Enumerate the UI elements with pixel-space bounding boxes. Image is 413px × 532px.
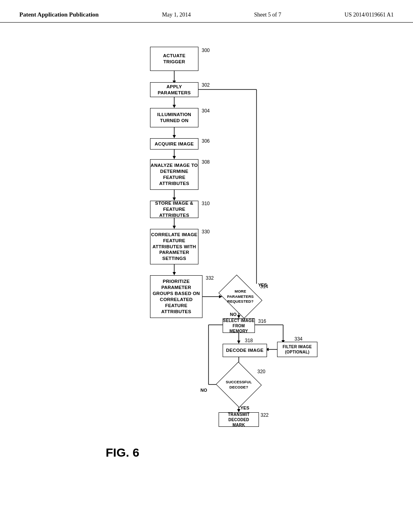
svg-text:NO: NO xyxy=(200,388,207,393)
label-320: 320 xyxy=(257,369,265,374)
label-300: 300 xyxy=(202,48,210,53)
label-310: 310 xyxy=(202,201,210,206)
node-apply-parameters: APPLY PARAMETERS xyxy=(150,82,198,97)
main-content: YES NO NO YES xyxy=(0,23,413,510)
node-filter-image: FILTER IMAGE (OPTIONAL) xyxy=(277,342,317,357)
flowchart: YES NO NO YES xyxy=(94,35,319,498)
figure-label: FIG. 6 xyxy=(106,446,139,474)
label-314: 314 xyxy=(260,284,268,289)
label-330: 330 xyxy=(202,229,210,235)
svg-marker-13 xyxy=(173,272,176,275)
svg-text:YES: YES xyxy=(240,405,249,410)
node-store-image: STORE IMAGE & FEATURE ATTRIBUTES xyxy=(150,201,198,218)
node-more-parameters: MORE PARAMETERS REQUESTED? xyxy=(222,284,259,310)
node-analyze-image: ANALYZE IMAGE TO DETERMINE FEATURE ATTRI… xyxy=(150,159,198,190)
label-322: 322 xyxy=(261,412,269,418)
label-302: 302 xyxy=(202,82,210,88)
svg-marker-5 xyxy=(173,135,176,138)
svg-marker-7 xyxy=(173,156,176,159)
node-illumination: ILLUMINATION TURNED ON xyxy=(150,108,198,127)
flowchart-arrows: YES NO NO YES xyxy=(94,35,319,498)
svg-marker-11 xyxy=(173,226,176,229)
label-308: 308 xyxy=(202,159,210,165)
node-prioritize: PRIORITIZE PARAMETER GROUPS BASED ON COR… xyxy=(150,275,202,318)
label-332: 332 xyxy=(206,275,214,281)
svg-text:NO: NO xyxy=(230,312,237,317)
label-334: 334 xyxy=(294,336,302,342)
publication-date: May 1, 2014 xyxy=(162,12,191,18)
sheet-info: Sheet 5 of 7 xyxy=(254,12,281,18)
svg-marker-3 xyxy=(173,105,176,108)
label-306: 306 xyxy=(202,138,210,144)
node-acquire-image: ACQUIRE IMAGE xyxy=(150,138,198,150)
node-correlate: CORRELATE IMAGE FEATURE ATTRIBUTES WITH … xyxy=(150,229,198,264)
label-316: 316 xyxy=(258,318,266,324)
publication-title: Patent Application Publication xyxy=(19,11,99,18)
node-select-image: SELECT IMAGE FROM MEMORY xyxy=(223,318,255,333)
node-transmit: TRANSMIT DECODED MARK xyxy=(219,412,259,427)
label-318: 318 xyxy=(245,338,253,343)
label-304: 304 xyxy=(202,108,210,114)
page-header: Patent Application Publication May 1, 20… xyxy=(0,0,413,23)
node-decode-image: DECODE IMAGE xyxy=(223,344,267,357)
node-actuate-trigger: ACTUATE TRIGGER xyxy=(150,47,198,71)
svg-marker-24 xyxy=(237,341,240,344)
node-successful-decode: SUCCESSFUL DECODE? xyxy=(222,369,255,401)
patent-number: US 2014/0119661 A1 xyxy=(344,12,394,18)
